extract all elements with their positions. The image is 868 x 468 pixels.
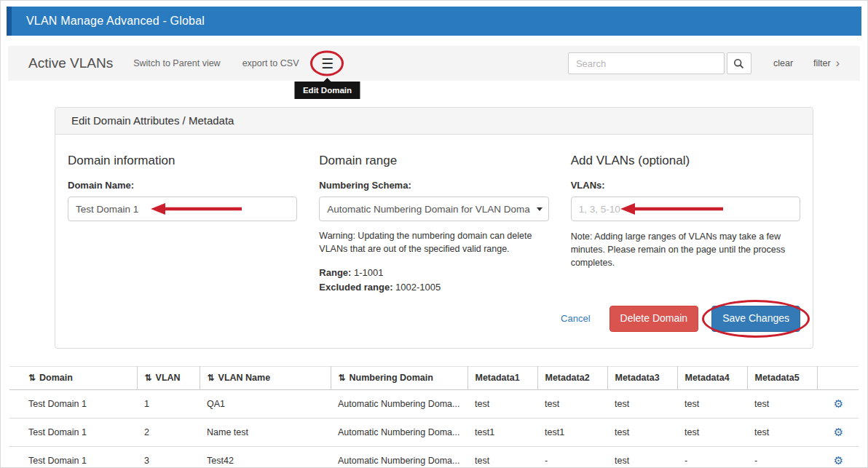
cell-metadata3: test — [607, 389, 677, 418]
caret-down-icon — [537, 207, 542, 211]
domain-range-heading: Domain range — [319, 154, 548, 168]
cell-domain: Test Domain 1 — [9, 418, 137, 446]
table-row: Test Domain 1 3 Test42 Automatic Numberi… — [9, 446, 859, 468]
active-vlans-heading: Active VLANs — [28, 55, 113, 71]
column-header-metadata4: Metadata4 — [677, 366, 747, 389]
sort-icon: ⇅ — [339, 373, 346, 383]
cell-vlan-name: Test42 — [200, 446, 331, 468]
gear-icon[interactable]: ⚙ — [834, 454, 843, 467]
column-header-numbering-domain[interactable]: ⇅Numbering Domain — [331, 366, 467, 389]
column-header-domain[interactable]: ⇅Domain — [9, 366, 137, 389]
excluded-range-value: 1002-1005 — [395, 282, 441, 293]
chevron-right-icon: › — [836, 57, 840, 69]
delete-domain-button[interactable]: Delete Domain — [609, 306, 699, 332]
search-icon — [733, 58, 744, 69]
add-vlans-heading: Add VLANs (optional) — [571, 154, 800, 168]
table-row: Test Domain 1 2 Name test Automatic Numb… — [9, 418, 859, 446]
hamburger-menu-icon[interactable]: ☰ — [321, 57, 334, 71]
excluded-range-line: Excluded range: 1002-1005 — [319, 280, 548, 295]
table-row: Test Domain 1 1 QA1 Automatic Numbering … — [9, 389, 859, 418]
cell-vlan: 2 — [137, 418, 200, 446]
edit-domain-tooltip: Edit Domain — [295, 82, 360, 99]
cell-domain: Test Domain 1 — [9, 446, 137, 468]
cell-metadata1: test — [467, 446, 537, 468]
cell-metadata1: test1 — [467, 418, 537, 446]
app-header: VLAN Manage Advanced - Global — [7, 7, 861, 36]
column-header-metadata1: Metadata1 — [467, 366, 537, 389]
domain-name-label: Domain Name: — [68, 180, 297, 191]
numbering-schema-value: Automatic Numbering Domain for VLAN Doma — [327, 204, 530, 215]
sort-icon: ⇅ — [145, 373, 152, 383]
gear-icon[interactable]: ⚙ — [834, 426, 843, 438]
edit-domain-panel: Edit Domain Attributes / Metadata Domain… — [55, 107, 813, 349]
range-warning-text: Warning: Updating the numbering domain c… — [319, 230, 548, 255]
column-header-vlan-name[interactable]: ⇅VLAN Name — [200, 366, 331, 389]
cell-metadata5: test — [747, 418, 817, 446]
sort-icon: ⇅ — [208, 373, 215, 383]
numbering-schema-select[interactable]: Automatic Numbering Domain for VLAN Doma — [319, 197, 548, 221]
cell-metadata4: - — [677, 446, 747, 468]
search-button[interactable] — [727, 52, 751, 74]
vlans-label: VLANs: — [571, 180, 800, 191]
cell-vlan: 3 — [137, 446, 200, 468]
cell-metadata5: test — [747, 389, 817, 418]
range-line: Range: 1-1001 — [319, 266, 548, 280]
vlans-input[interactable] — [571, 197, 800, 221]
sort-icon: ⇅ — [28, 373, 36, 383]
vlan-table: ⇅Domain ⇅VLAN ⇅VLAN Name ⇅Numbering Doma… — [9, 366, 859, 468]
panel-actions: Cancel Delete Domain Save Changes — [68, 306, 800, 332]
numbering-schema-label: Numbering Schema: — [319, 180, 548, 191]
cell-metadata1: test — [467, 389, 537, 418]
cell-metadata2: - — [537, 446, 607, 468]
gear-icon[interactable]: ⚙ — [834, 397, 843, 410]
domain-range-section: Domain range Numbering Schema: Automatic… — [319, 146, 548, 294]
cell-metadata3: test — [607, 418, 677, 446]
cell-metadata2: test1 — [537, 418, 607, 446]
cancel-button[interactable]: Cancel — [561, 313, 590, 324]
cell-metadata3: test — [607, 446, 677, 468]
range-value: 1-1001 — [354, 267, 383, 278]
cell-metadata5: - — [747, 446, 817, 468]
cell-numbering-domain: Automatic Numbering Doma... — [331, 418, 467, 446]
domain-information-heading: Domain information — [68, 154, 297, 168]
save-changes-button[interactable]: Save Changes — [711, 306, 800, 332]
panel-body: Domain information Domain Name: Domain r… — [55, 135, 813, 348]
clear-link[interactable]: clear — [773, 58, 793, 68]
domain-name-input[interactable] — [68, 197, 297, 221]
range-label: Range: — [319, 267, 351, 278]
search-input[interactable] — [568, 52, 725, 74]
cell-metadata4: test — [677, 389, 747, 418]
column-header-vlan[interactable]: ⇅VLAN — [137, 366, 200, 389]
filter-link[interactable]: filter › — [813, 57, 840, 69]
cell-vlan-name: QA1 — [200, 389, 331, 418]
cell-domain: Test Domain 1 — [9, 389, 137, 418]
column-header-metadata5: Metadata5 — [747, 366, 817, 389]
switch-to-parent-view-link[interactable]: Switch to Parent view — [133, 58, 221, 68]
cell-numbering-domain: Automatic Numbering Doma... — [331, 446, 467, 468]
cell-vlan: 1 — [137, 389, 200, 418]
add-vlans-section: Add VLANs (optional) VLANs: Note: Adding… — [571, 146, 800, 294]
filter-label: filter — [813, 58, 831, 68]
column-header-metadata2: Metadata2 — [537, 366, 607, 389]
toolbar: Active VLANs Switch to Parent view expor… — [8, 46, 860, 81]
edit-domain-menu[interactable]: ☰ Edit Domain — [317, 57, 336, 71]
cell-metadata4: test — [677, 418, 747, 446]
export-to-csv-link[interactable]: export to CSV — [242, 58, 299, 68]
cell-vlan-name: Name test — [200, 418, 331, 446]
toolbar-right-group: clear filter › — [568, 52, 840, 74]
column-header-actions — [817, 366, 859, 389]
domain-information-section: Domain information Domain Name: — [68, 146, 297, 294]
cell-metadata2: test — [537, 389, 607, 418]
cell-numbering-domain: Automatic Numbering Doma... — [331, 389, 467, 418]
vlans-note-text: Note: Adding large ranges of VLANs may t… — [571, 231, 793, 269]
table-header-row: ⇅Domain ⇅VLAN ⇅VLAN Name ⇅Numbering Doma… — [9, 366, 859, 389]
column-header-metadata3: Metadata3 — [607, 366, 677, 389]
page-title: VLAN Manage Advanced - Global — [12, 15, 205, 28]
excluded-range-label: Excluded range: — [319, 282, 392, 293]
panel-title: Edit Domain Attributes / Metadata — [55, 108, 813, 135]
